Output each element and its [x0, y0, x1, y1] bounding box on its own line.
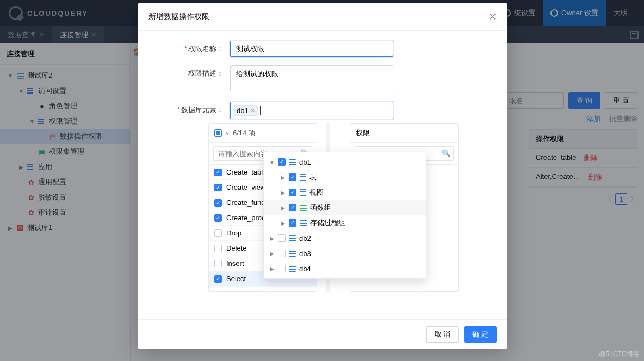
database-icon — [289, 235, 296, 241]
ok-button[interactable]: 确 定 — [464, 326, 497, 343]
checkbox[interactable] — [214, 169, 222, 176]
dd-node-func[interactable]: ▶函数组 — [264, 200, 426, 215]
db-element-select[interactable]: db1✕ — [230, 102, 393, 119]
checkbox[interactable] — [278, 265, 286, 272]
checkbox[interactable] — [214, 184, 222, 191]
checkbox[interactable] — [278, 158, 286, 166]
checkbox[interactable] — [214, 245, 222, 252]
search-icon: 🔍 — [442, 149, 450, 157]
checkbox[interactable] — [278, 250, 286, 257]
tag-remove-icon[interactable]: ✕ — [250, 107, 255, 114]
modal-header: 新增数据操作权限 ✕ — [138, 3, 507, 31]
database-icon — [289, 266, 296, 272]
function-icon — [300, 205, 307, 211]
checkbox[interactable] — [214, 260, 222, 267]
text-cursor — [260, 106, 261, 115]
op-label: Delete — [226, 244, 247, 252]
label-db-element: *数据库元素： — [148, 102, 230, 115]
tag-db1: db1✕ — [234, 105, 258, 116]
dd-node-table[interactable]: ▶表 — [264, 170, 426, 185]
selection-count: 6/14 项 — [233, 128, 256, 138]
perm-desc-input[interactable]: 给测试的权限 — [230, 65, 393, 91]
op-label: Create_view — [226, 183, 265, 191]
dd-node-db3[interactable]: ▶db3 — [264, 246, 426, 261]
database-icon — [289, 251, 296, 257]
label-perm-name: *权限名称： — [148, 41, 230, 54]
view-icon — [300, 189, 306, 196]
close-icon[interactable]: ✕ — [488, 11, 497, 23]
db-tree-dropdown: ▼db1 ▶表 ▶视图 ▶函数组 ▶存储过程组 ▶db2 ▶db3 ▶db4 — [263, 152, 426, 279]
database-icon — [289, 159, 296, 165]
panel-title: 权限 — [356, 128, 370, 138]
table-icon — [300, 174, 306, 180]
watermark: @51CTO博客 — [599, 350, 640, 359]
checkbox[interactable] — [278, 234, 286, 242]
checkbox[interactable] — [289, 189, 296, 196]
cancel-button[interactable]: 取 消 — [426, 326, 459, 343]
dd-node-proc[interactable]: ▶存储过程组 — [264, 215, 426, 231]
procedure-icon — [300, 220, 307, 226]
checkbox[interactable] — [214, 229, 222, 237]
op-label: Create_table — [226, 168, 267, 176]
checkbox[interactable] — [214, 214, 222, 222]
checkbox[interactable] — [289, 204, 296, 211]
op-label: Select — [226, 275, 246, 283]
label-perm-desc: 权限描述： — [148, 65, 230, 78]
op-label: Drop — [226, 229, 242, 237]
checkbox[interactable] — [214, 199, 222, 207]
checkbox[interactable] — [214, 275, 222, 283]
op-label: Insert — [226, 259, 244, 267]
dd-node-db2[interactable]: ▶db2 — [264, 231, 426, 246]
perm-name-input[interactable] — [230, 41, 393, 57]
checkbox[interactable] — [289, 173, 296, 181]
dd-node-view[interactable]: ▶视图 — [264, 185, 426, 200]
select-all-checkbox[interactable] — [214, 129, 222, 137]
modal-title: 新增数据操作权限 — [148, 12, 209, 22]
dd-node-db1[interactable]: ▼db1 — [264, 154, 426, 170]
checkbox[interactable] — [289, 219, 296, 227]
dd-node-db4[interactable]: ▶db4 — [264, 261, 426, 276]
modal-add-permission: 新增数据操作权限 ✕ *权限名称： 权限描述： 给测试的权限 *数据库元素： d… — [138, 3, 507, 349]
